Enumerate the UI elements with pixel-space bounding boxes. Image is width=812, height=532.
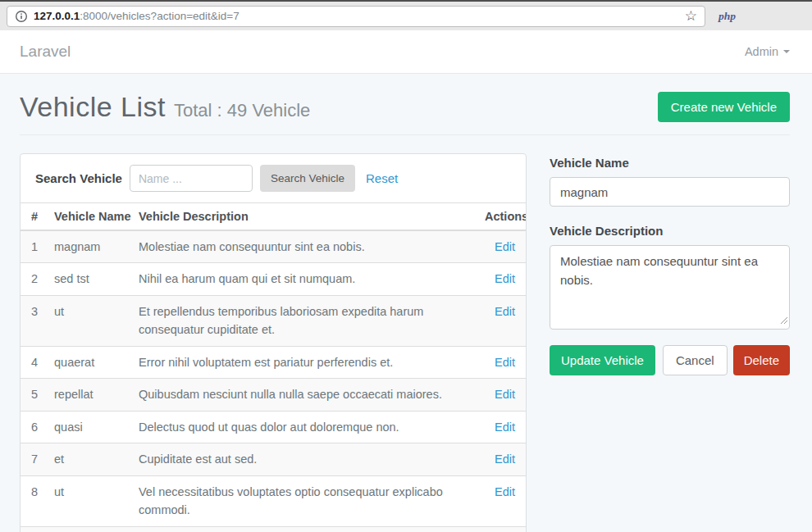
browser-chrome: 127.0.0.1:8000/vehicles?action=edit&id=7… [0,0,812,30]
row-number: 7 [21,443,48,475]
search-bar: Search Vehicle Search Vehicle Reset [21,154,526,202]
row-edit-link[interactable]: Edit [495,356,515,369]
php-bookmark[interactable]: php [718,10,736,23]
site-info-icon[interactable] [15,10,28,23]
search-input[interactable] [130,165,253,192]
row-name: repellat [48,379,132,411]
row-number: 1 [21,230,48,263]
page: Vehicle List Total : 49 Vehicle Create n… [0,74,812,532]
row-number: 4 [21,346,48,378]
url-text: 127.0.0.1:8000/vehicles?action=edit&id=7 [34,10,239,22]
vehicle-description-textarea[interactable]: Molestiae nam consequuntur sint ea nobis… [550,245,790,330]
update-vehicle-button[interactable]: Update Vehicle [550,345,655,375]
delete-button[interactable]: Delete [733,345,790,375]
row-description: Nihil ea harum quam qui et sit numquam. [132,263,478,295]
row-description: Et repellendus temporibus laboriosam exp… [132,295,478,346]
row-description: Delectus quod ut quas dolor aut doloremq… [132,411,478,443]
table-row: 2 sed tst Nihil ea harum quam qui et sit… [21,263,526,295]
row-name: et [48,443,132,475]
table-row: 7 et Cupiditate est aut sed. Edit [21,443,526,475]
vehicle-list-card: Search Vehicle Search Vehicle Reset # Ve… [20,153,527,532]
vehicle-name-label: Vehicle Name [550,156,790,170]
column-header-description: Vehicle Description [132,203,478,231]
row-description: Error nihil voluptatem est pariatur perf… [132,346,478,378]
address-bar[interactable]: 127.0.0.1:8000/vehicles?action=edit&id=7… [7,6,705,27]
search-button[interactable]: Search Vehicle [260,165,355,192]
admin-dropdown-label: Admin [745,45,778,58]
table-header-row: # Vehicle Name Vehicle Description Actio… [21,203,526,231]
table-row: 8 ut Vel necessitatibus voluptates optio… [21,475,526,526]
row-number: 8 [21,475,48,526]
edit-vehicle-form: Vehicle Name Vehicle Description Molesti… [550,153,790,375]
row-edit-link[interactable]: Edit [495,485,515,498]
row-description: Molestiae nam consequuntur sint ea nobis… [132,230,478,263]
page-title: Vehicle List [20,91,166,123]
row-description: Cupiditate est aut sed. [132,443,478,475]
row-name: voluptates [48,526,132,532]
row-edit-link[interactable]: Edit [495,452,515,466]
create-vehicle-button[interactable]: Create new Vehicle [658,92,790,122]
table-row: 3 ut Et repellendus temporibus laboriosa… [21,295,526,346]
total-count-label: Total : 49 Vehicle [174,100,310,121]
row-name: quasi [48,411,132,443]
row-description: Quibusdam nesciunt nulla nulla saepe occ… [132,379,478,411]
url-host: 127.0.0.1 [34,10,80,22]
page-header: Vehicle List Total : 49 Vehicle Create n… [20,74,790,135]
search-label: Search Vehicle [35,171,122,185]
brand-link[interactable]: Laravel [20,43,71,61]
row-number: 2 [21,263,48,295]
vehicle-table: # Vehicle Name Vehicle Description Actio… [21,202,526,532]
bookmark-star-icon[interactable]: ☆ [685,9,697,23]
column-header-name: Vehicle Name [48,203,132,231]
vehicle-table-body: 1 magnam Molestiae nam consequuntur sint… [21,230,526,532]
admin-dropdown[interactable]: Admin [745,45,790,58]
row-number: 9 [21,526,48,532]
row-edit-link[interactable]: Edit [495,388,515,401]
row-number: 6 [21,411,48,443]
row-description: Quaerat maxime qui dolore. [132,526,478,532]
row-number: 5 [21,379,48,411]
table-row: 1 magnam Molestiae nam consequuntur sint… [21,230,526,263]
row-name: magnam [48,230,132,263]
reset-link[interactable]: Reset [366,171,398,185]
row-edit-link[interactable]: Edit [495,421,515,434]
table-row: 5 repellat Quibusdam nesciunt nulla null… [21,379,526,411]
cancel-button[interactable]: Cancel [663,345,728,375]
table-row: 9 voluptates Quaerat maxime qui dolore. … [21,526,526,532]
row-description: Vel necessitatibus voluptates optio cons… [132,475,478,526]
row-name: ut [48,475,132,526]
row-edit-link[interactable]: Edit [495,305,515,318]
url-path: :8000/vehicles?action=edit&id=7 [80,10,239,22]
table-row: 6 quasi Delectus quod ut quas dolor aut … [21,411,526,443]
navbar: Laravel Admin [0,30,812,74]
table-row: 4 quaerat Error nihil voluptatem est par… [21,346,526,378]
vehicle-name-input[interactable] [550,177,790,207]
vehicle-description-label: Vehicle Description [550,224,790,238]
column-header-actions: Actions [478,203,526,231]
row-edit-link[interactable]: Edit [495,240,515,253]
chevron-down-icon [783,50,790,53]
row-name: sed tst [48,263,132,295]
column-header-number: # [21,203,48,231]
form-actions: Update Vehicle Cancel Delete [550,345,790,375]
row-edit-link[interactable]: Edit [495,272,515,285]
row-name: quaerat [48,346,132,378]
row-name: ut [48,295,132,346]
row-number: 3 [21,295,48,346]
